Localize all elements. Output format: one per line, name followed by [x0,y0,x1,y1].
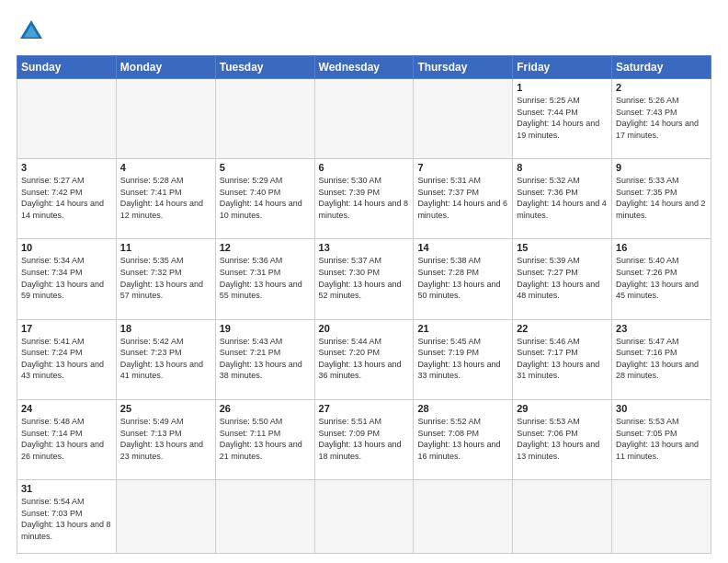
calendar-week-5: 24Sunrise: 5:48 AM Sunset: 7:14 PM Dayli… [17,399,711,479]
calendar-cell [215,79,314,159]
calendar-cell: 19Sunrise: 5:43 AM Sunset: 7:21 PM Dayli… [215,319,314,399]
calendar-cell: 20Sunrise: 5:44 AM Sunset: 7:20 PM Dayli… [314,319,414,399]
calendar-cell: 9Sunrise: 5:33 AM Sunset: 7:35 PM Daylig… [612,159,711,239]
page: SundayMondayTuesdayWednesdayThursdayFrid… [0,0,728,563]
calendar-cell: 13Sunrise: 5:37 AM Sunset: 7:30 PM Dayli… [314,239,414,319]
calendar-table: SundayMondayTuesdayWednesdayThursdayFrid… [17,55,711,554]
day-info: Sunrise: 5:29 AM Sunset: 7:40 PM Dayligh… [220,175,311,221]
calendar-cell: 17Sunrise: 5:41 AM Sunset: 7:24 PM Dayli… [17,319,117,399]
header [17,17,711,46]
day-info: Sunrise: 5:46 AM Sunset: 7:17 PM Dayligh… [517,336,608,382]
calendar-cell: 10Sunrise: 5:34 AM Sunset: 7:34 PM Dayli… [17,239,117,319]
day-info: Sunrise: 5:44 AM Sunset: 7:20 PM Dayligh… [319,336,410,382]
weekday-header-saturday: Saturday [612,56,711,79]
calendar-cell: 6Sunrise: 5:30 AM Sunset: 7:39 PM Daylig… [314,159,414,239]
day-info: Sunrise: 5:27 AM Sunset: 7:42 PM Dayligh… [21,175,112,221]
calendar-cell: 11Sunrise: 5:35 AM Sunset: 7:32 PM Dayli… [116,239,215,319]
calendar-cell [314,79,414,159]
calendar-cell: 16Sunrise: 5:40 AM Sunset: 7:26 PM Dayli… [612,239,711,319]
day-number: 29 [517,403,608,414]
calendar-week-4: 17Sunrise: 5:41 AM Sunset: 7:24 PM Dayli… [17,319,711,399]
day-info: Sunrise: 5:49 AM Sunset: 7:13 PM Dayligh… [120,416,211,462]
weekday-header-monday: Monday [116,56,215,79]
calendar-cell: 26Sunrise: 5:50 AM Sunset: 7:11 PM Dayli… [215,399,314,479]
calendar-cell: 8Sunrise: 5:32 AM Sunset: 7:36 PM Daylig… [513,159,612,239]
calendar-cell: 24Sunrise: 5:48 AM Sunset: 7:14 PM Dayli… [17,399,117,479]
weekday-header-tuesday: Tuesday [215,56,314,79]
calendar-cell [116,79,215,159]
day-info: Sunrise: 5:38 AM Sunset: 7:28 PM Dayligh… [417,255,508,301]
day-number: 9 [616,162,707,173]
calendar-cell [116,480,215,554]
day-number: 2 [616,82,707,93]
day-number: 13 [319,242,410,253]
calendar-cell: 27Sunrise: 5:51 AM Sunset: 7:09 PM Dayli… [314,399,414,479]
calendar-week-1: 1Sunrise: 5:25 AM Sunset: 7:44 PM Daylig… [17,79,711,159]
calendar-cell: 1Sunrise: 5:25 AM Sunset: 7:44 PM Daylig… [513,79,612,159]
day-number: 21 [417,323,508,334]
calendar-cell: 7Sunrise: 5:31 AM Sunset: 7:37 PM Daylig… [414,159,513,239]
calendar-week-3: 10Sunrise: 5:34 AM Sunset: 7:34 PM Dayli… [17,239,711,319]
logo-icon [17,17,46,46]
day-number: 28 [417,403,508,414]
day-info: Sunrise: 5:30 AM Sunset: 7:39 PM Dayligh… [319,175,410,221]
calendar-cell [17,79,117,159]
day-info: Sunrise: 5:39 AM Sunset: 7:27 PM Dayligh… [517,255,608,301]
calendar-cell: 15Sunrise: 5:39 AM Sunset: 7:27 PM Dayli… [513,239,612,319]
calendar-cell: 14Sunrise: 5:38 AM Sunset: 7:28 PM Dayli… [414,239,513,319]
day-info: Sunrise: 5:54 AM Sunset: 7:03 PM Dayligh… [21,496,112,542]
day-number: 22 [517,323,608,334]
day-number: 6 [319,162,410,173]
weekday-header-friday: Friday [513,56,612,79]
day-info: Sunrise: 5:25 AM Sunset: 7:44 PM Dayligh… [517,95,608,141]
day-info: Sunrise: 5:31 AM Sunset: 7:37 PM Dayligh… [417,175,508,221]
day-info: Sunrise: 5:41 AM Sunset: 7:24 PM Dayligh… [21,336,112,382]
calendar-cell: 5Sunrise: 5:29 AM Sunset: 7:40 PM Daylig… [215,159,314,239]
calendar-cell: 2Sunrise: 5:26 AM Sunset: 7:43 PM Daylig… [612,79,711,159]
calendar-cell: 22Sunrise: 5:46 AM Sunset: 7:17 PM Dayli… [513,319,612,399]
logo [17,17,50,46]
day-info: Sunrise: 5:33 AM Sunset: 7:35 PM Dayligh… [616,175,707,221]
weekday-header-row: SundayMondayTuesdayWednesdayThursdayFrid… [17,56,711,79]
day-number: 23 [616,323,707,334]
day-number: 17 [21,323,112,334]
day-info: Sunrise: 5:50 AM Sunset: 7:11 PM Dayligh… [220,416,311,462]
day-info: Sunrise: 5:28 AM Sunset: 7:41 PM Dayligh… [120,175,211,221]
calendar-cell: 30Sunrise: 5:53 AM Sunset: 7:05 PM Dayli… [612,399,711,479]
day-info: Sunrise: 5:32 AM Sunset: 7:36 PM Dayligh… [517,175,608,221]
day-number: 26 [220,403,311,414]
day-number: 19 [220,323,311,334]
day-number: 24 [21,403,112,414]
calendar-cell: 28Sunrise: 5:52 AM Sunset: 7:08 PM Dayli… [414,399,513,479]
day-number: 18 [120,323,211,334]
weekday-header-sunday: Sunday [17,56,117,79]
calendar-cell [215,480,314,554]
day-number: 25 [120,403,211,414]
day-number: 1 [517,82,608,93]
day-number: 20 [319,323,410,334]
day-info: Sunrise: 5:51 AM Sunset: 7:09 PM Dayligh… [319,416,410,462]
day-number: 15 [517,242,608,253]
day-number: 4 [120,162,211,173]
day-info: Sunrise: 5:40 AM Sunset: 7:26 PM Dayligh… [616,255,707,301]
calendar-cell [414,480,513,554]
calendar-cell [314,480,414,554]
day-info: Sunrise: 5:35 AM Sunset: 7:32 PM Dayligh… [120,255,211,301]
calendar-week-6: 31Sunrise: 5:54 AM Sunset: 7:03 PM Dayli… [17,480,711,554]
day-number: 3 [21,162,112,173]
day-number: 14 [417,242,508,253]
weekday-header-thursday: Thursday [414,56,513,79]
calendar-cell: 18Sunrise: 5:42 AM Sunset: 7:23 PM Dayli… [116,319,215,399]
calendar-cell: 25Sunrise: 5:49 AM Sunset: 7:13 PM Dayli… [116,399,215,479]
day-number: 5 [220,162,311,173]
calendar-cell: 3Sunrise: 5:27 AM Sunset: 7:42 PM Daylig… [17,159,117,239]
day-info: Sunrise: 5:53 AM Sunset: 7:06 PM Dayligh… [517,416,608,462]
day-number: 30 [616,403,707,414]
calendar-cell: 21Sunrise: 5:45 AM Sunset: 7:19 PM Dayli… [414,319,513,399]
day-number: 27 [319,403,410,414]
day-info: Sunrise: 5:47 AM Sunset: 7:16 PM Dayligh… [616,336,707,382]
calendar-cell: 4Sunrise: 5:28 AM Sunset: 7:41 PM Daylig… [116,159,215,239]
calendar-cell: 29Sunrise: 5:53 AM Sunset: 7:06 PM Dayli… [513,399,612,479]
day-info: Sunrise: 5:48 AM Sunset: 7:14 PM Dayligh… [21,416,112,462]
weekday-header-wednesday: Wednesday [314,56,414,79]
